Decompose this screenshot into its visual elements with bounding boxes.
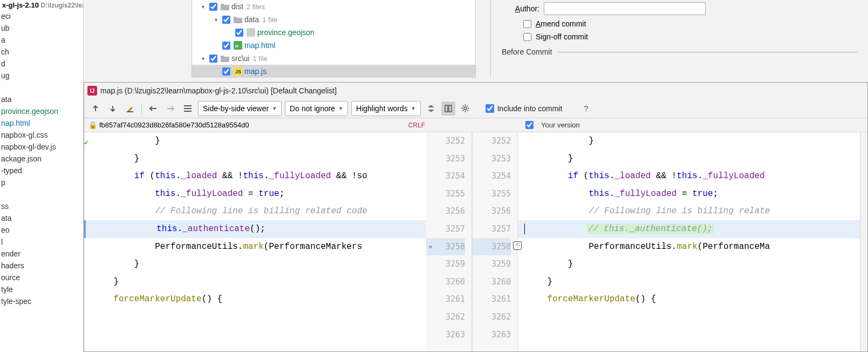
ignore-select[interactable]: Do not ignore▼ <box>285 101 348 116</box>
file-name: map.html <box>244 41 276 50</box>
gutter-line: 3260 <box>473 273 511 291</box>
gutter-line: 3255 <box>473 185 511 203</box>
project-item[interactable]: ender <box>0 248 83 260</box>
code-line: } <box>84 255 426 273</box>
edit-button[interactable] <box>123 101 137 116</box>
project-item[interactable]: haders <box>0 260 83 272</box>
project-item[interactable]: d <box>0 58 83 70</box>
left-gutter: 3252325332543255325632573258»32593260326… <box>426 132 472 351</box>
next-diff-button[interactable] <box>106 101 120 116</box>
code-line: // Following line is billing related cod… <box>84 202 426 220</box>
project-item[interactable]: province.geojson <box>0 105 83 117</box>
gutter-line: 3261 <box>426 290 465 308</box>
project-item[interactable]: tyle <box>0 283 83 295</box>
gutter-line: 3254 <box>473 167 511 185</box>
gutter-line: 3261 <box>473 290 511 308</box>
code-line: } <box>518 273 860 291</box>
project-item[interactable]: tyle-spec <box>0 295 83 307</box>
file-icon: JS <box>234 67 242 76</box>
highlight-select[interactable]: Highlight words▼ <box>351 101 421 116</box>
file-checkbox[interactable] <box>209 3 217 11</box>
your-version-checkbox[interactable] <box>525 121 534 129</box>
project-item[interactable]: ug <box>0 70 83 82</box>
project-tree[interactable]: x-gl-js-2.10 D:\lzugis22\learn\mapbox-gl… <box>0 0 84 352</box>
file-tree-row[interactable]: province.geojson <box>192 26 475 39</box>
project-item[interactable]: nap.html <box>0 117 83 129</box>
chevron-icon: ▾ <box>215 17 222 23</box>
file-meta: 2 files <box>247 3 265 11</box>
left-code-pane[interactable]: ✔ } } if (this._loaded && !this._fullyLo… <box>84 132 426 351</box>
file-tree-row[interactable]: ▾dist2 files <box>192 0 475 13</box>
gutter-line: 3253 <box>426 150 465 168</box>
amend-checkbox[interactable] <box>523 20 531 28</box>
signoff-label: Sign-off commit <box>536 32 588 41</box>
signoff-checkbox[interactable] <box>523 33 531 41</box>
chevron-icon: ▾ <box>202 4 209 10</box>
nav-back-button[interactable] <box>146 101 160 116</box>
diff-titlebar: IJ map.js (D:\lzugis22\learn\mapbox-gl-j… <box>84 83 867 99</box>
code-line: this._authenticate(); <box>84 220 426 238</box>
file-checkbox[interactable] <box>235 29 243 37</box>
include-commit-checkbox[interactable] <box>486 104 494 113</box>
before-commit-section: Before Commit <box>502 48 857 56</box>
chevron-icon: ▾ <box>202 56 209 62</box>
project-item[interactable]: ata <box>0 93 83 105</box>
lock-icon: 🔒 <box>88 121 97 129</box>
file-tree-row[interactable]: Hmap.html <box>192 39 475 52</box>
file-tree-row[interactable]: ▾data1 file <box>192 13 475 26</box>
code-line: if (this._loaded && !this._fullyLoaded <box>518 167 860 185</box>
file-checkbox[interactable] <box>222 67 230 76</box>
file-checkbox[interactable] <box>222 42 230 50</box>
project-item[interactable]: ource <box>0 272 83 283</box>
svg-text:JS: JS <box>235 69 241 75</box>
file-tree-row[interactable]: JSmap.js <box>192 65 475 78</box>
gutter-line: 3253 <box>473 150 511 168</box>
project-item[interactable]: ch <box>0 46 83 58</box>
file-name: src\ui <box>231 54 249 63</box>
project-item[interactable]: ackage.json <box>0 153 83 165</box>
svg-rect-13 <box>449 105 452 112</box>
gutter-line: 3257 <box>426 220 465 238</box>
gutter-line: 3252 <box>426 132 465 150</box>
changed-files-tree[interactable]: ▾dist2 files▾data1 fileprovince.geojsonH… <box>192 0 476 78</box>
settings-button[interactable] <box>459 101 473 116</box>
sync-scroll-button[interactable] <box>441 101 455 116</box>
project-item[interactable]: eci <box>0 10 83 22</box>
project-item[interactable] <box>0 188 83 200</box>
diff-markers <box>860 132 867 351</box>
file-tree-row[interactable]: ▾src\ui1 file <box>192 52 475 65</box>
list-button[interactable] <box>181 101 195 116</box>
checkmark-icon: ✔ <box>84 134 88 152</box>
project-item[interactable]: a <box>0 34 83 46</box>
file-icon <box>221 54 229 63</box>
project-root[interactable]: x-gl-js-2.10 D:\lzugis22\learn\mapbox-gl… <box>0 0 83 10</box>
help-button[interactable]: ? <box>579 104 592 113</box>
code-line: forceMarkerUpdate() { <box>84 290 426 308</box>
project-item[interactable]: ss <box>0 200 83 212</box>
project-item[interactable]: napbox-gl.css <box>0 129 83 141</box>
project-item[interactable]: ata <box>0 212 83 224</box>
nav-fwd-button[interactable] <box>163 101 177 116</box>
view-mode-select[interactable]: Side-by-side viewer▼ <box>198 101 282 116</box>
gutter-line: 3258⟲ <box>473 238 511 256</box>
project-title: x-gl-js-2.10 <box>2 1 39 9</box>
gutter-line: 3254 <box>426 167 465 185</box>
apply-arrow-icon[interactable]: » <box>428 238 433 256</box>
file-checkbox[interactable] <box>209 55 217 63</box>
project-item[interactable]: eo <box>0 224 83 236</box>
code-line: } <box>84 150 426 168</box>
file-checkbox[interactable] <box>222 16 230 24</box>
collapse-button[interactable] <box>424 101 438 116</box>
prev-diff-button[interactable] <box>88 101 102 116</box>
project-item[interactable]: -typed <box>0 165 83 177</box>
author-input[interactable] <box>544 2 706 15</box>
right-code-pane[interactable]: } } if (this._loaded && !this._fullyLoad… <box>518 132 860 351</box>
gutter-line: 3262 <box>473 308 511 326</box>
project-item[interactable]: l <box>0 236 83 248</box>
project-item[interactable]: napbox-gl-dev.js <box>0 141 83 153</box>
project-item[interactable]: p <box>0 177 83 188</box>
file-meta: 1 file <box>252 55 267 63</box>
project-item[interactable]: ub <box>0 22 83 34</box>
gutter-line: 3263 <box>473 326 511 344</box>
project-item[interactable] <box>0 82 83 93</box>
